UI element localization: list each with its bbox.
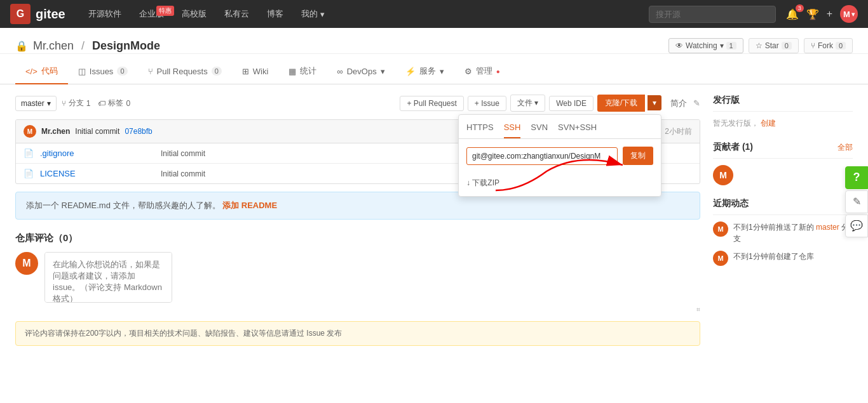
- issue-btn[interactable]: + Issue: [468, 96, 506, 111]
- contributor-title: 贡献者 (1): [713, 142, 753, 153]
- clone-tab-https[interactable]: HTTPS: [466, 120, 494, 138]
- file-btn[interactable]: 文件 ▾: [510, 95, 545, 112]
- right-panel: 发行版 暂无发行版， 创建 贡献者 (1) 全部 M 近期动态: [713, 95, 853, 346]
- clone-download-btn[interactable]: ↓ 下载ZIP: [459, 173, 661, 196]
- enterprise-badge: 特惠: [156, 6, 174, 16]
- comment-input-row: M ⌗: [15, 252, 700, 314]
- clone-tab-svn[interactable]: SVN: [531, 120, 548, 138]
- logo-icon: G: [10, 4, 31, 24]
- clone-copy-btn[interactable]: 复制: [623, 147, 653, 165]
- comment-notice: 评论内容请保持在200字以内，项目相关的技术问题、缺陷报告、建议等信息请通过 I…: [15, 321, 700, 346]
- activity-title: 近期动态: [713, 198, 853, 215]
- watch-button[interactable]: 👁 Watching ▾ 1: [668, 38, 743, 53]
- contributor-section: 贡献者 (1) 全部 M: [713, 142, 853, 185]
- branch-select[interactable]: master ▾: [15, 96, 57, 111]
- branch-info: ⑂ 分支 1 🏷 标签 0: [62, 98, 130, 109]
- top-navbar: G gitee 开源软件 企业版 特惠 高校版 私有云 博客 我的 ▾ 🔔 3 …: [0, 0, 868, 28]
- file-icon-license: 📄: [24, 169, 34, 178]
- floating-sidebar: ? ✎ 💬: [845, 166, 868, 237]
- commit-time: 2小时前: [665, 126, 692, 137]
- pull-request-btn[interactable]: + Pull Request: [400, 96, 463, 111]
- nav-mine[interactable]: 我的 ▾: [294, 4, 332, 23]
- tab-code[interactable]: </> 代码: [15, 59, 68, 84]
- nav-university[interactable]: 高校版: [174, 4, 214, 23]
- webide-btn[interactable]: Web IDE: [549, 96, 593, 111]
- repo-name[interactable]: DesignMode: [92, 39, 160, 53]
- repo-header: 🔒 Mr.chen / DesignMode 👁 Watching ▾ 1 ☆ …: [0, 28, 868, 54]
- nav-private-cloud[interactable]: 私有云: [217, 4, 257, 23]
- contributor-avatar[interactable]: M: [713, 165, 733, 185]
- add-readme-link[interactable]: 添加 README: [222, 201, 277, 210]
- commit-author[interactable]: Mr.chen: [41, 127, 70, 136]
- activity-section: 近期动态 M 不到1分钟前推送了新的 master 分支 M 不到1分钟前创建了…: [713, 198, 853, 266]
- comment-avatar: M: [15, 252, 38, 275]
- user-avatar[interactable]: M ▾: [840, 5, 858, 23]
- tab-services[interactable]: ⚡ 服务 ▾: [395, 59, 454, 84]
- release-section: 发行版 暂无发行版， 创建: [713, 95, 853, 129]
- repo-title: 🔒 Mr.chen / DesignMode: [15, 39, 160, 53]
- notif-count: 3: [796, 4, 804, 12]
- clone-dropdown: HTTPS SSH SVN SVN+SSH 复制 ↓ 下载ZIP: [458, 114, 661, 197]
- notification-bell[interactable]: 🔔 3: [786, 8, 799, 20]
- release-title: 发行版: [713, 95, 853, 112]
- comment-section: 仓库评论（0） M ⌗ 评论内容请保持在200字以内，项目相关的技术问题、缺陷报…: [15, 232, 700, 346]
- left-panel: master ▾ ⑂ 分支 1 🏷 标签 0: [15, 95, 700, 346]
- logo[interactable]: G gitee: [10, 4, 65, 24]
- tab-pull-requests[interactable]: ⑂ Pull Requests 0: [138, 59, 232, 84]
- edit-intro-icon[interactable]: ✎: [693, 98, 700, 108]
- file-icon-gitignore: 📄: [24, 149, 34, 158]
- nav-opensource[interactable]: 开源软件: [81, 4, 129, 23]
- repo-owner[interactable]: Mr.chen: [33, 39, 74, 53]
- clone-main-btn[interactable]: 克隆/下载: [597, 95, 645, 112]
- clone-arrow-btn[interactable]: ▾: [648, 95, 661, 110]
- comment-float-btn[interactable]: 💬: [845, 215, 868, 237]
- contributor-header: 贡献者 (1) 全部: [713, 142, 853, 159]
- file-name-gitignore[interactable]: .gitignore: [40, 149, 154, 158]
- plus-icon[interactable]: +: [827, 8, 832, 20]
- tab-issues[interactable]: ◫ Issues 0: [68, 59, 138, 84]
- activity-text-0: 不到1分钟前推送了新的 master 分支: [733, 221, 853, 244]
- nav-blog[interactable]: 博客: [259, 4, 291, 23]
- edit-float-btn[interactable]: ✎: [845, 190, 868, 213]
- clone-input-row: 复制: [459, 139, 661, 173]
- intro-label: 简介: [670, 98, 687, 109]
- comment-title: 仓库评论（0）: [15, 232, 700, 244]
- nav-links: 开源软件 企业版 特惠 高校版 私有云 博客 我的 ▾: [81, 4, 649, 23]
- search-input[interactable]: [649, 6, 776, 23]
- fork-button[interactable]: ⑂ Fork 0: [804, 38, 853, 53]
- tab-devops[interactable]: ∞ DevOps ▾: [327, 59, 395, 84]
- repo-actions: 👁 Watching ▾ 1 ☆ Star 0 ⑂ Fork 0: [668, 38, 853, 53]
- resize-handle[interactable]: ⌗: [44, 306, 700, 314]
- help-button[interactable]: ?: [845, 166, 868, 189]
- main-content: master ▾ ⑂ 分支 1 🏷 标签 0: [0, 84, 868, 356]
- activity-text-1: 不到1分钟前创建了仓库: [733, 251, 814, 262]
- trophy-icon[interactable]: 🏆: [806, 8, 819, 20]
- tab-stats[interactable]: ▦ 统计: [278, 59, 327, 84]
- clone-dropdown-wrapper: 克隆/下载 ▾ HTTPS SSH SVN SVN+SSH: [597, 95, 661, 112]
- activity-avatar-1: M: [713, 251, 728, 266]
- lock-icon: 🔒: [15, 40, 28, 52]
- clone-tab-svn-ssh[interactable]: SVN+SSH: [558, 120, 597, 138]
- activity-item-1: M 不到1分钟前创建了仓库: [713, 251, 853, 266]
- tab-manage[interactable]: ⚙ 管理 ●: [454, 59, 510, 84]
- release-content: 暂无发行版， 创建: [713, 118, 853, 129]
- branch-bar: master ▾ ⑂ 分支 1 🏷 标签 0: [15, 95, 700, 112]
- tab-wiki[interactable]: ⊞ Wiki: [232, 59, 279, 84]
- file-name-license[interactable]: LICENSE: [40, 169, 154, 178]
- comment-input[interactable]: [44, 252, 172, 303]
- commit-avatar: M: [24, 125, 36, 138]
- contributor-all-link[interactable]: 全部: [837, 142, 853, 153]
- clone-url-input[interactable]: [466, 147, 618, 165]
- nav-enterprise[interactable]: 企业版 特惠: [132, 4, 172, 23]
- star-count: 0: [782, 42, 792, 50]
- clone-tab-ssh[interactable]: SSH: [504, 120, 521, 138]
- release-create-link[interactable]: 创建: [761, 119, 776, 128]
- nav-right: 🔔 3 🏆 + M ▾: [786, 5, 858, 23]
- commit-hash[interactable]: 07e8bfb: [125, 127, 152, 136]
- watch-count: 1: [726, 42, 736, 50]
- commit-message: Initial commit: [75, 127, 119, 136]
- activity-avatar-0: M: [713, 221, 728, 237]
- logo-text: gitee: [36, 7, 65, 22]
- clone-tabs: HTTPS SSH SVN SVN+SSH: [459, 115, 661, 139]
- star-button[interactable]: ☆ Star 0: [749, 38, 799, 53]
